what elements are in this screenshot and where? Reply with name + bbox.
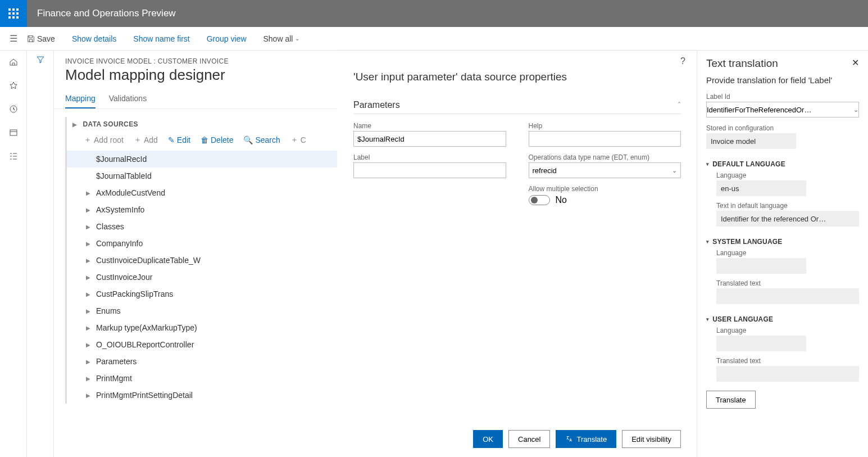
show-name-first-button[interactable]: Show name first	[133, 34, 189, 43]
system-language-group-header[interactable]: ▾SYSTEM LANGUAGE	[706, 238, 859, 246]
parameters-section-header[interactable]: Parameters ˄	[353, 100, 681, 114]
data-sources-tree: $JournalRecId$JournalTableId▶AxModuleCus…	[67, 151, 337, 404]
system-text-label: Translated text	[716, 279, 859, 287]
translate-button[interactable]: Translate	[556, 430, 616, 448]
add-button[interactable]: ＋Add	[134, 135, 158, 145]
tree-item-label: $JournalRecId	[96, 155, 147, 164]
tree-item-label: Enums	[96, 306, 121, 315]
save-icon	[27, 35, 35, 43]
close-icon[interactable]: ✕	[852, 57, 859, 68]
data-sources-header[interactable]: ▶ DATA SOURCES	[67, 117, 337, 132]
allow-multiple-toggle[interactable]	[529, 195, 550, 205]
recent-icon[interactable]	[8, 103, 19, 115]
system-text-value	[716, 288, 859, 304]
default-text-value: Identifier for the referenced Or…	[716, 211, 859, 227]
tree-item-label: PrintMgmt	[96, 374, 132, 383]
ok-button[interactable]: OK	[473, 430, 503, 448]
allow-multiple-value: No	[556, 195, 567, 205]
tab-validations[interactable]: Validations	[109, 89, 147, 108]
properties-dialog: ? 'User input parameter' data source pro…	[337, 51, 697, 457]
tree-item[interactable]: ▶O_OIOUBLReportController	[67, 336, 337, 353]
default-language-group-header[interactable]: ▾DEFAULT LANGUAGE	[706, 160, 859, 168]
app-launcher-button[interactable]	[0, 0, 27, 27]
tree-item-label: CustPackingSlipTrans	[96, 289, 173, 298]
user-lang-value	[716, 336, 806, 351]
show-details-button[interactable]: Show details	[72, 34, 116, 43]
show-all-button[interactable]: Show all ⌄	[263, 34, 300, 43]
plus-icon: ＋	[84, 135, 92, 145]
modules-icon[interactable]	[8, 151, 19, 162]
tree-item[interactable]: ▶CompanyInfo	[67, 235, 337, 252]
title-bar: Finance and Operations Preview	[0, 0, 868, 27]
tree-item-label: O_OIOUBLReportController	[96, 340, 194, 349]
tree-item[interactable]: $JournalRecId	[67, 151, 337, 168]
svg-rect-1	[10, 130, 17, 135]
name-field-label: Name	[353, 122, 506, 130]
help-icon[interactable]: ?	[680, 56, 685, 66]
command-bar: ☰ Save Show details Show name first Grou…	[0, 27, 868, 51]
tree-item[interactable]: ▶Parameters	[67, 353, 337, 370]
system-lang-label: Language	[716, 249, 859, 257]
tree-item[interactable]: ▶PrintMgmt	[67, 370, 337, 387]
translate-icon	[565, 435, 573, 443]
label-id-dropdown[interactable]: IdentifierForTheReferencedOr… ⌄	[706, 102, 859, 117]
chevron-down-icon: ⌄	[672, 167, 677, 174]
tree-item[interactable]: ▶CustPackingSlipTrans	[67, 286, 337, 302]
favorite-icon[interactable]	[8, 80, 19, 91]
tree-item-label: PrintMgmtPrintSettingDetail	[96, 391, 193, 400]
home-icon[interactable]	[8, 56, 19, 67]
show-all-label: Show all	[263, 34, 293, 43]
tree-item-label: Markup type(AxMarkupType)	[96, 323, 197, 332]
triangle-down-icon: ▾	[706, 239, 709, 245]
tab-mapping[interactable]: Mapping	[65, 89, 96, 108]
filter-icon[interactable]	[27, 55, 53, 66]
tree-item-label: CustInvoiceJour	[96, 273, 152, 282]
tree-item[interactable]: ▶Classes	[67, 218, 337, 235]
tree-item[interactable]: ▶Enums	[67, 302, 337, 319]
expand-icon: ▶	[86, 359, 96, 365]
edit-button[interactable]: ✎Edit	[168, 135, 190, 144]
tree-item[interactable]: ▶PrintMgmtPrintSettingDetail	[67, 387, 337, 404]
breadcrumb: INVOICE INVOICE MODEL : CUSTOMER INVOICE	[54, 51, 337, 66]
workspaces-icon[interactable]	[8, 127, 19, 138]
tree-item[interactable]: $JournalTableId	[67, 168, 337, 184]
triangle-down-icon: ▾	[706, 161, 709, 167]
hamburger-button[interactable]: ☰	[0, 33, 27, 44]
edt-field[interactable]: refrecid ⌄	[529, 162, 681, 178]
triangle-down-icon: ▾	[706, 316, 709, 322]
translation-pane: Text translation ✕ Provide translation f…	[697, 51, 868, 457]
add-root-button[interactable]: ＋Add root	[84, 135, 124, 145]
allow-multiple-label: Allow multiple selection	[529, 185, 681, 193]
save-label: Save	[37, 34, 55, 43]
system-lang-value	[716, 258, 806, 274]
tree-item[interactable]: ▶AxSystemInfo	[67, 201, 337, 218]
delete-button[interactable]: 🗑Delete	[201, 135, 233, 144]
user-language-group-header[interactable]: ▾USER LANGUAGE	[706, 315, 859, 323]
name-field[interactable]	[353, 131, 506, 147]
tree-item[interactable]: ▶AxModuleCustVend	[67, 184, 337, 201]
default-text-label: Text in default language	[716, 202, 859, 210]
stored-config-label: Stored in configuration	[706, 124, 859, 132]
expand-icon: ▶	[86, 224, 96, 230]
help-field-label: Help	[529, 122, 681, 130]
expand-icon: ▶	[86, 375, 96, 382]
cancel-button[interactable]: Cancel	[508, 430, 550, 448]
label-field[interactable]	[353, 162, 506, 178]
tree-item-label: Classes	[96, 222, 124, 231]
help-field[interactable]	[529, 131, 681, 147]
pencil-icon: ✎	[168, 135, 175, 144]
search-button[interactable]: 🔍Search	[243, 135, 280, 144]
chevron-down-icon: ⌄	[853, 106, 858, 114]
group-view-button[interactable]: Group view	[207, 34, 247, 43]
left-nav-rail	[0, 51, 27, 457]
tree-item[interactable]: ▶Markup type(AxMarkupType)	[67, 319, 337, 336]
more-button[interactable]: ＋C	[290, 135, 306, 145]
translate-action-button[interactable]: Translate	[706, 391, 756, 409]
edit-visibility-button[interactable]: Edit visibility	[622, 430, 681, 448]
search-icon: 🔍	[243, 135, 253, 144]
chevron-up-icon: ˄	[678, 101, 681, 109]
tree-item[interactable]: ▶CustInvoiceDuplicateTable_W	[67, 252, 337, 269]
tree-item[interactable]: ▶CustInvoiceJour	[67, 269, 337, 286]
translate-button-label: Translate	[576, 435, 607, 444]
save-button[interactable]: Save	[27, 34, 55, 43]
